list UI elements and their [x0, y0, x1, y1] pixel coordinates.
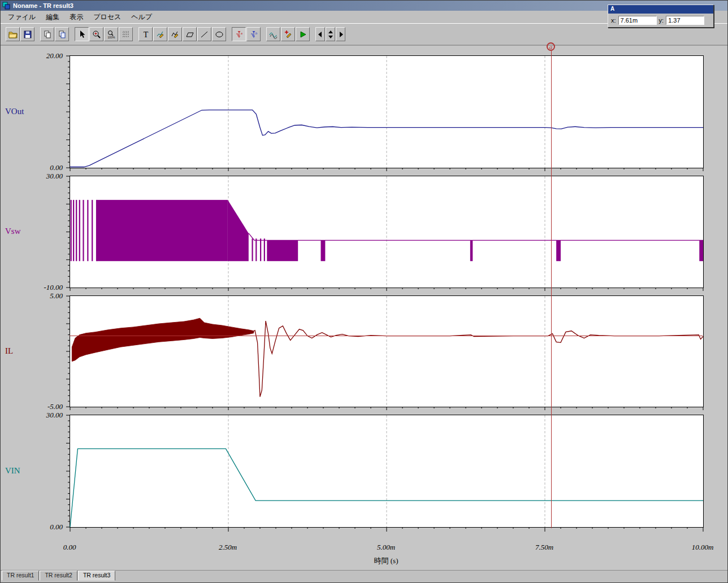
- floppy-icon: [23, 30, 32, 39]
- paste-icon: [58, 30, 67, 39]
- cursor-y-label: y:: [659, 17, 664, 24]
- tab-tr-result1[interactable]: TR result1: [2, 571, 39, 581]
- step-spinner[interactable]: [326, 27, 335, 41]
- gridlines: [228, 415, 545, 527]
- next-button[interactable]: [336, 27, 345, 41]
- axis-ticks: [66, 415, 703, 532]
- ellipse-icon: [215, 30, 224, 39]
- y-min-label-il: -5.00: [1, 402, 63, 411]
- save-button[interactable]: [20, 27, 34, 41]
- cursor-x-label: x:: [611, 17, 616, 24]
- pointer-tool-button[interactable]: [75, 27, 89, 41]
- gridlines: [228, 56, 545, 168]
- ellipse-tool-button[interactable]: [212, 27, 226, 41]
- annotate-wave2-button[interactable]: [168, 27, 182, 41]
- text-tool-button[interactable]: T: [138, 27, 153, 41]
- menu-edit[interactable]: 編集: [41, 11, 64, 24]
- y-max-label-vout: 20.00: [1, 51, 63, 60]
- tab-tr-result3[interactable]: TR result3: [78, 571, 115, 581]
- play-icon: [298, 30, 307, 39]
- zoom-pct-label: 100%: [107, 36, 115, 39]
- series-VOut: [70, 110, 703, 167]
- line-tool-button[interactable]: [197, 27, 211, 41]
- grid-toggle-button[interactable]: [119, 27, 133, 41]
- cursor-panel-title: A: [608, 5, 713, 14]
- axis-ticks: [66, 296, 703, 410]
- right-arrow-icon: [337, 31, 344, 38]
- signal-label-vin: VIN: [5, 466, 20, 476]
- overlay-waves-button[interactable]: [266, 27, 280, 41]
- grid-icon: [122, 30, 131, 39]
- pen-wave2-icon: [171, 30, 180, 39]
- annotate-wave-button[interactable]: [153, 27, 167, 41]
- plot-il-canvas: [70, 296, 703, 407]
- menu-help[interactable]: ヘルプ: [126, 11, 157, 24]
- series-IL: [72, 318, 703, 397]
- prev-button[interactable]: [315, 27, 325, 41]
- pen-wave-icon: [156, 30, 165, 39]
- zoom-in-button[interactable]: [89, 27, 103, 41]
- paste-button[interactable]: [55, 27, 69, 41]
- plot-vsw-canvas: [70, 176, 703, 288]
- zoom-100-icon: 100%: [107, 30, 116, 39]
- result-tabs: TR result1 TR result2 TR result3: [2, 571, 115, 581]
- plot-vout[interactable]: [70, 55, 704, 168]
- cursor-marker-a[interactable]: a: [547, 42, 555, 51]
- cursor-x-value-field[interactable]: 7.61m: [618, 16, 657, 25]
- y-min-label-vin: 0.00: [1, 523, 63, 532]
- signal-label-il: IL: [5, 346, 13, 356]
- menu-file[interactable]: ファイル: [3, 11, 41, 24]
- plot-vsw[interactable]: [70, 176, 704, 288]
- cursor-horizontal-line[interactable]: [70, 336, 703, 336]
- text-tool-label: T: [143, 31, 148, 39]
- up-down-arrows-icon: [327, 30, 334, 39]
- signal-label-vsw: Vsw: [5, 227, 21, 236]
- y-max-label-vsw: 30.00: [1, 172, 63, 181]
- menu-view[interactable]: 表示: [64, 11, 88, 24]
- cursor-a-button[interactable]: a: [232, 27, 246, 41]
- cursor-panel-body: x: 7.61m y: 1.37: [608, 14, 713, 27]
- x-tick-25: 2.50m: [204, 543, 252, 552]
- run-button[interactable]: [296, 27, 310, 41]
- cursor-readout-panel[interactable]: A x: 7.61m y: 1.37: [608, 5, 714, 28]
- pointer-icon: [77, 30, 86, 39]
- cursor-b-icon: b: [249, 30, 258, 39]
- x-tick-75: 7.50m: [521, 543, 568, 552]
- cursor-b-button[interactable]: b: [246, 27, 261, 41]
- text-icon: T: [141, 30, 150, 39]
- plot-area: 20.00 0.00 30.00 -10.00 5.00 -5.00 30.00…: [1, 46, 728, 571]
- line-icon: [200, 30, 209, 39]
- plot-vout-canvas: [70, 56, 703, 168]
- cursor-y-value-field[interactable]: 1.37: [666, 16, 704, 25]
- cursor-a-icon: a: [235, 30, 244, 39]
- gridlines: [228, 296, 545, 407]
- pen-add-button[interactable]: [281, 27, 295, 41]
- copy-button[interactable]: [40, 27, 54, 41]
- x-tick-50: 5.00m: [362, 543, 410, 552]
- y-max-label-il: 5.00: [1, 292, 63, 301]
- y-max-label-vin: 30.00: [1, 411, 63, 420]
- y-min-label-vout: 0.00: [1, 163, 63, 172]
- cursor-a-letter: a: [240, 32, 242, 35]
- axis-ticks: [66, 56, 703, 171]
- cursor-vertical-line[interactable]: [551, 51, 552, 528]
- pen-plus-icon: [284, 30, 293, 39]
- x-tick-0: 0.00: [46, 543, 93, 552]
- signal-label-vout: VOut: [5, 107, 24, 116]
- plot-il[interactable]: [70, 295, 704, 407]
- menu-process[interactable]: プロセス: [88, 11, 126, 24]
- folder-icon: [8, 30, 18, 39]
- app-window: Noname - TR result3 ファイル 編集 表示 プロセス ヘルプ: [0, 0, 728, 583]
- tab-tr-result2[interactable]: TR result2: [40, 571, 77, 581]
- gridlines: [228, 176, 545, 288]
- app-icon[interactable]: [2, 2, 10, 10]
- zoom-100-button[interactable]: 100%: [104, 27, 118, 41]
- left-arrow-icon: [317, 31, 324, 38]
- y-min-label-vsw: -10.00: [1, 283, 63, 292]
- polygon-tool-button[interactable]: [183, 27, 197, 41]
- plot-vin-canvas: [70, 415, 703, 527]
- plot-vin[interactable]: [70, 415, 704, 528]
- window-title: Noname - TR result3: [13, 2, 73, 9]
- cursor-b-letter: b: [255, 32, 257, 35]
- open-button[interactable]: [6, 27, 20, 41]
